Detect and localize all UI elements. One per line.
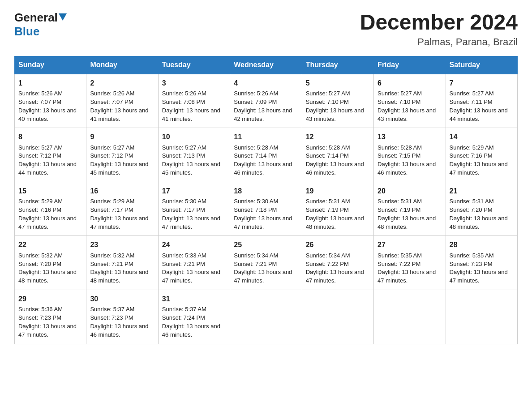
calendar-week-row: 15Sunrise: 5:29 AMSunset: 7:16 PMDayligh… [15, 182, 518, 236]
day-sunrise: Sunrise: 5:27 AM [378, 90, 422, 97]
table-row: 12Sunrise: 5:28 AMSunset: 7:14 PMDayligh… [302, 128, 373, 182]
day-daylight: Daylight: 13 hours and 47 minutes. [18, 323, 77, 338]
col-thursday: Thursday [302, 56, 373, 74]
calendar-week-row: 22Sunrise: 5:32 AMSunset: 7:20 PMDayligh… [15, 236, 518, 290]
table-row: 31Sunrise: 5:37 AMSunset: 7:24 PMDayligh… [158, 290, 230, 344]
day-sunset: Sunset: 7:08 PM [162, 98, 205, 105]
day-daylight: Daylight: 13 hours and 43 minutes. [378, 107, 436, 122]
day-number: 18 [234, 186, 298, 196]
table-row: 15Sunrise: 5:29 AMSunset: 7:16 PMDayligh… [15, 182, 86, 236]
day-sunset: Sunset: 7:21 PM [90, 261, 133, 267]
day-sunset: Sunset: 7:19 PM [306, 206, 349, 213]
col-wednesday: Wednesday [230, 56, 302, 74]
day-daylight: Daylight: 13 hours and 48 minutes. [306, 215, 364, 230]
day-sunset: Sunset: 7:11 PM [450, 98, 493, 105]
table-row: 22Sunrise: 5:32 AMSunset: 7:20 PMDayligh… [15, 236, 86, 290]
day-number: 16 [90, 186, 154, 196]
day-number: 30 [90, 294, 154, 304]
table-row: 17Sunrise: 5:30 AMSunset: 7:17 PMDayligh… [158, 182, 230, 236]
table-row: 23Sunrise: 5:32 AMSunset: 7:21 PMDayligh… [86, 236, 158, 290]
day-number: 22 [18, 240, 82, 250]
day-daylight: Daylight: 13 hours and 47 minutes. [162, 215, 220, 230]
day-sunrise: Sunrise: 5:30 AM [162, 198, 206, 205]
day-number: 24 [162, 240, 226, 250]
table-row: 29Sunrise: 5:36 AMSunset: 7:23 PMDayligh… [15, 290, 86, 344]
day-daylight: Daylight: 13 hours and 41 minutes. [90, 107, 148, 122]
day-sunrise: Sunrise: 5:29 AM [450, 144, 494, 151]
calendar-subtitle: Palmas, Parana, Brazil [360, 36, 518, 48]
day-sunset: Sunset: 7:21 PM [234, 261, 277, 267]
day-sunrise: Sunrise: 5:34 AM [234, 252, 278, 259]
col-friday: Friday [374, 56, 446, 74]
table-row: 2Sunrise: 5:26 AMSunset: 7:07 PMDaylight… [86, 74, 158, 128]
day-number: 5 [306, 78, 370, 88]
day-sunrise: Sunrise: 5:32 AM [90, 252, 134, 259]
day-daylight: Daylight: 13 hours and 48 minutes. [90, 269, 148, 284]
day-daylight: Daylight: 13 hours and 46 minutes. [162, 323, 220, 338]
day-sunset: Sunset: 7:22 PM [378, 261, 420, 267]
day-daylight: Daylight: 13 hours and 47 minutes. [450, 161, 508, 176]
day-number: 12 [306, 132, 370, 142]
day-sunset: Sunset: 7:20 PM [18, 261, 61, 267]
day-sunrise: Sunrise: 5:29 AM [90, 198, 134, 205]
table-row: 5Sunrise: 5:27 AMSunset: 7:10 PMDaylight… [302, 74, 373, 128]
day-sunrise: Sunrise: 5:37 AM [90, 306, 134, 313]
day-number: 13 [378, 132, 442, 142]
day-sunset: Sunset: 7:23 PM [90, 314, 133, 321]
day-number: 31 [162, 294, 226, 304]
day-number: 19 [306, 186, 370, 196]
day-number: 7 [450, 78, 514, 88]
table-row: 8Sunrise: 5:27 AMSunset: 7:12 PMDaylight… [15, 128, 86, 182]
day-sunrise: Sunrise: 5:29 AM [18, 198, 63, 205]
day-number: 11 [234, 132, 298, 142]
day-daylight: Daylight: 13 hours and 47 minutes. [90, 215, 148, 230]
day-sunset: Sunset: 7:17 PM [90, 206, 133, 213]
day-number: 25 [234, 240, 298, 250]
day-sunrise: Sunrise: 5:28 AM [378, 144, 422, 151]
day-sunset: Sunset: 7:22 PM [306, 261, 349, 267]
day-sunset: Sunset: 7:10 PM [306, 98, 349, 105]
day-daylight: Daylight: 13 hours and 43 minutes. [306, 107, 364, 122]
day-daylight: Daylight: 13 hours and 44 minutes. [18, 161, 77, 176]
table-row: 9Sunrise: 5:27 AMSunset: 7:12 PMDaylight… [86, 128, 158, 182]
day-daylight: Daylight: 13 hours and 46 minutes. [90, 323, 148, 338]
day-number: 20 [378, 186, 442, 196]
day-number: 23 [90, 240, 154, 250]
day-sunset: Sunset: 7:16 PM [450, 152, 493, 159]
day-sunrise: Sunrise: 5:28 AM [306, 144, 350, 151]
day-daylight: Daylight: 13 hours and 47 minutes. [450, 269, 508, 284]
day-daylight: Daylight: 13 hours and 40 minutes. [18, 107, 77, 122]
page-header: General Blue December 2024 Palmas, Paran… [14, 11, 518, 48]
day-sunrise: Sunrise: 5:34 AM [306, 252, 350, 259]
day-sunrise: Sunrise: 5:26 AM [90, 90, 134, 97]
logo-blue-text: Blue [14, 25, 39, 38]
svg-marker-0 [59, 13, 67, 21]
day-sunset: Sunset: 7:21 PM [162, 261, 205, 267]
day-daylight: Daylight: 13 hours and 45 minutes. [162, 161, 220, 176]
day-sunrise: Sunrise: 5:30 AM [234, 198, 278, 205]
day-sunset: Sunset: 7:19 PM [378, 206, 420, 213]
day-sunrise: Sunrise: 5:26 AM [234, 90, 278, 97]
day-sunset: Sunset: 7:12 PM [18, 152, 61, 159]
col-sunday: Sunday [15, 56, 86, 74]
table-row: 24Sunrise: 5:33 AMSunset: 7:21 PMDayligh… [158, 236, 230, 290]
table-row: 4Sunrise: 5:26 AMSunset: 7:09 PMDaylight… [230, 74, 302, 128]
logo: General Blue [14, 11, 67, 39]
table-row: 13Sunrise: 5:28 AMSunset: 7:15 PMDayligh… [374, 128, 446, 182]
day-number: 9 [90, 132, 154, 142]
day-number: 17 [162, 186, 226, 196]
day-number: 3 [162, 78, 226, 88]
col-monday: Monday [86, 56, 158, 74]
logo-arrow-icon [59, 13, 67, 22]
day-daylight: Daylight: 13 hours and 47 minutes. [378, 269, 436, 284]
day-sunrise: Sunrise: 5:27 AM [162, 144, 206, 151]
day-sunrise: Sunrise: 5:37 AM [162, 306, 206, 313]
day-sunrise: Sunrise: 5:26 AM [18, 90, 63, 97]
day-sunset: Sunset: 7:12 PM [90, 152, 133, 159]
day-number: 8 [18, 132, 82, 142]
day-daylight: Daylight: 13 hours and 46 minutes. [234, 161, 292, 176]
day-number: 2 [90, 78, 154, 88]
day-sunset: Sunset: 7:14 PM [306, 152, 349, 159]
day-daylight: Daylight: 13 hours and 47 minutes. [234, 215, 292, 230]
day-sunset: Sunset: 7:23 PM [450, 261, 493, 267]
